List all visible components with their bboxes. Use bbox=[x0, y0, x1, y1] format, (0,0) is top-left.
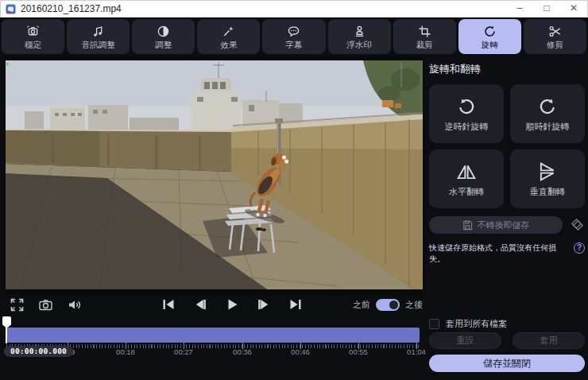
music-note-icon bbox=[91, 25, 105, 38]
tab-watermark[interactable]: 浮水印 bbox=[328, 19, 391, 54]
tab-label: 修剪 bbox=[547, 41, 563, 49]
titlebar: 20160210_161237.mp4 – □ ✕ bbox=[0, 0, 588, 17]
tab-label: 音訊調整 bbox=[82, 41, 115, 49]
button-label: 垂直翻轉 bbox=[530, 188, 565, 196]
step-back-icon[interactable] bbox=[193, 297, 207, 312]
close-button[interactable]: ✕ bbox=[560, 0, 587, 17]
rotate-ccw-icon bbox=[456, 96, 477, 117]
rotate-panel: 旋轉和翻轉 逆時針旋轉 順時針旋轉 水平翻轉 bbox=[429, 59, 585, 380]
time-label: 00:46 bbox=[291, 347, 310, 356]
stamp-icon bbox=[353, 25, 366, 38]
button-label: 順時針旋轉 bbox=[526, 122, 570, 131]
toolbar: 穩定 音訊調整 調整 效果 字幕 bbox=[0, 17, 588, 56]
tab-label: 字幕 bbox=[285, 41, 302, 49]
save-and-close-button[interactable]: 儲存並關閉 bbox=[429, 355, 585, 372]
save-icon bbox=[462, 220, 473, 231]
tab-label: 穩定 bbox=[25, 41, 41, 49]
stabilize-icon bbox=[26, 25, 40, 38]
panel-title: 旋轉和翻轉 bbox=[429, 62, 585, 76]
rotate-cw-icon bbox=[537, 96, 558, 117]
tab-label: 效果 bbox=[220, 41, 237, 49]
playhead-line bbox=[6, 326, 7, 343]
tab-stabilize[interactable]: 穩定 bbox=[2, 19, 64, 54]
time-label: 01:04 bbox=[407, 347, 426, 356]
skip-start-icon[interactable] bbox=[161, 297, 176, 312]
tab-audio-adjust[interactable]: 音訊調整 bbox=[67, 19, 130, 54]
crop-icon bbox=[418, 25, 431, 38]
time-label: 00:18 bbox=[116, 347, 135, 356]
tab-adjust[interactable]: 調整 bbox=[132, 19, 195, 54]
snapshot-icon[interactable] bbox=[38, 297, 53, 312]
tab-effects[interactable]: 效果 bbox=[197, 19, 260, 54]
maximize-button[interactable]: □ bbox=[533, 0, 560, 17]
player-controls: 之前 之後 bbox=[4, 295, 425, 316]
current-time-badge: 00:00:00.000 bbox=[4, 346, 73, 357]
scissors-icon bbox=[548, 25, 562, 38]
flip-vertical-icon bbox=[537, 161, 558, 182]
tab-crop[interactable]: 裁剪 bbox=[393, 19, 456, 54]
tab-label: 裁剪 bbox=[416, 41, 433, 49]
layers-icon bbox=[571, 218, 585, 232]
time-label: 00:27 bbox=[174, 347, 193, 356]
minimize-button[interactable]: – bbox=[506, 0, 533, 17]
timeline-track[interactable] bbox=[6, 328, 420, 343]
apply-button[interactable]: 套用 bbox=[513, 332, 585, 349]
flip-horizontal-icon bbox=[456, 161, 477, 182]
tab-subtitles[interactable]: 字幕 bbox=[262, 19, 325, 54]
help-icon[interactable]: ? bbox=[574, 242, 585, 254]
app-window: 20160210_161237.mp4 – □ ✕ 穩定 音訊調整 調整 bbox=[0, 0, 588, 380]
tab-trim[interactable]: 修剪 bbox=[524, 19, 586, 54]
timeline: 0:09 00:18 00:27 00:36 00:46 00:55 01:04… bbox=[0, 315, 426, 363]
button-label: 水平翻轉 bbox=[449, 188, 484, 196]
video-frame[interactable] bbox=[4, 56, 424, 294]
play-icon[interactable] bbox=[225, 297, 239, 312]
tab-label: 調整 bbox=[155, 41, 172, 49]
apply-all-row: 套用到所有檔案 bbox=[429, 318, 507, 330]
quick-save-hint: 快速儲存原始格式，品質沒有任何損失。 bbox=[429, 242, 569, 265]
rotate-ccw-button[interactable]: 逆時針旋轉 bbox=[429, 84, 504, 143]
apply-all-checkbox[interactable] bbox=[429, 319, 439, 329]
skip-end-icon[interactable] bbox=[288, 297, 303, 312]
button-label: 不轉換即儲存 bbox=[478, 219, 530, 231]
tab-label: 旋轉 bbox=[482, 41, 498, 49]
time-label: 00:36 bbox=[233, 347, 252, 356]
app-icon bbox=[6, 4, 16, 14]
tab-label: 浮水印 bbox=[346, 41, 372, 49]
fullscreen-icon[interactable] bbox=[10, 297, 25, 312]
volume-icon[interactable] bbox=[67, 297, 82, 312]
button-label: 逆時針旋轉 bbox=[445, 122, 489, 131]
apply-all-label: 套用到所有檔案 bbox=[446, 318, 507, 330]
video-scene bbox=[4, 56, 424, 294]
after-label: 之後 bbox=[405, 299, 423, 311]
save-without-convert-button[interactable]: 不轉換即儲存 bbox=[429, 216, 563, 234]
flip-vertical-button[interactable]: 垂直翻轉 bbox=[510, 149, 585, 208]
before-label: 之前 bbox=[353, 299, 370, 311]
playhead-handle[interactable] bbox=[2, 316, 11, 328]
rotate-icon bbox=[483, 25, 497, 38]
time-label: 00:55 bbox=[349, 347, 368, 356]
step-forward-icon[interactable] bbox=[257, 297, 271, 312]
speech-bubble-icon bbox=[287, 25, 300, 38]
window-title: 20160210_161237.mp4 bbox=[21, 3, 122, 14]
magic-wand-icon bbox=[222, 25, 235, 38]
contrast-icon bbox=[157, 25, 170, 38]
tab-rotate[interactable]: 旋轉 bbox=[458, 19, 521, 54]
layers-button[interactable] bbox=[571, 218, 585, 232]
rotate-cw-button[interactable]: 順時針旋轉 bbox=[510, 84, 585, 143]
flip-horizontal-button[interactable]: 水平翻轉 bbox=[429, 149, 504, 208]
toggle-knob bbox=[389, 301, 398, 309]
reset-button[interactable]: 重設 bbox=[429, 332, 501, 349]
before-after-toggle[interactable] bbox=[376, 299, 400, 311]
